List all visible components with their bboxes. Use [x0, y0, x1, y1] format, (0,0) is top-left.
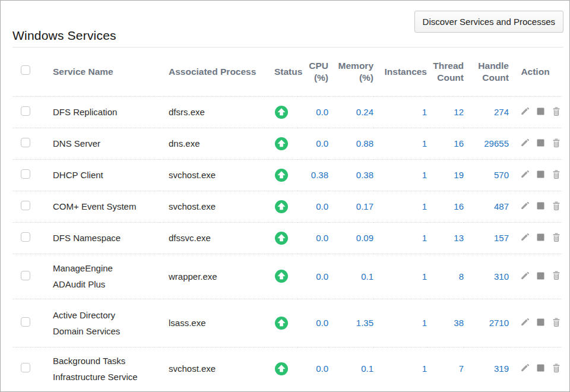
stop-icon[interactable] — [537, 233, 544, 243]
cpu-value[interactable]: 0.0 — [297, 191, 328, 222]
memory-value[interactable]: 0.88 — [328, 128, 373, 159]
instances-value[interactable]: 1 — [373, 191, 427, 222]
table-row: COM+ Event System svchost.exe 0.0 0.17 1… — [12, 191, 562, 222]
discover-services-button[interactable]: Discover Services and Processes — [414, 11, 563, 33]
edit-icon[interactable] — [520, 106, 530, 118]
handle-count-value[interactable]: 29655 — [464, 128, 509, 159]
instances-value[interactable]: 1 — [373, 159, 427, 191]
delete-icon[interactable] — [552, 232, 561, 244]
associated-process-cell: dfsrs.exe — [160, 96, 265, 128]
row-checkbox[interactable] — [21, 232, 30, 242]
row-checkbox[interactable] — [21, 317, 30, 327]
associated-process-cell: svchost.exe — [160, 159, 265, 191]
row-checkbox[interactable] — [21, 201, 30, 210]
delete-icon[interactable] — [552, 106, 561, 118]
action-cell — [509, 159, 562, 191]
edit-icon[interactable] — [520, 363, 530, 374]
memory-value[interactable]: 0.1 — [328, 347, 373, 390]
delete-icon[interactable] — [552, 169, 561, 181]
status-up-icon — [275, 169, 288, 182]
delete-icon[interactable] — [552, 270, 561, 282]
windows-services-panel: Discover Services and Processes Windows … — [0, 0, 570, 392]
edit-icon[interactable] — [520, 169, 530, 181]
action-cell — [509, 128, 562, 159]
thread-count-value[interactable]: 13 — [427, 222, 464, 254]
service-name-cell: DFS Replication — [38, 96, 160, 128]
memory-value[interactable]: 0.1 — [328, 254, 373, 299]
action-cell — [509, 254, 562, 299]
handle-count-value[interactable]: 570 — [464, 159, 509, 191]
edit-icon[interactable] — [520, 271, 530, 282]
service-name-cell: ManageEngine ADAudit Plus — [38, 254, 160, 299]
instances-value[interactable]: 1 — [373, 222, 427, 254]
cpu-value[interactable]: 0.0 — [297, 254, 328, 299]
thread-count-value[interactable]: 8 — [427, 254, 464, 299]
delete-icon[interactable] — [552, 201, 561, 213]
associated-process-cell: dns.exe — [160, 128, 265, 159]
cpu-value[interactable]: 0.38 — [297, 159, 328, 191]
cpu-value[interactable]: 0.0 — [297, 222, 328, 254]
handle-count-value[interactable]: 274 — [464, 96, 509, 128]
stop-icon[interactable] — [537, 318, 544, 328]
memory-value[interactable]: 1.35 — [328, 299, 373, 347]
stop-icon[interactable] — [537, 271, 544, 282]
stop-icon[interactable] — [537, 363, 544, 374]
edit-icon[interactable] — [520, 232, 530, 244]
thread-count-value[interactable]: 38 — [427, 299, 464, 347]
stop-icon[interactable] — [537, 201, 544, 211]
thread-count-value[interactable]: 19 — [427, 159, 464, 191]
handle-count-value[interactable]: 310 — [464, 254, 509, 299]
thread-count-value[interactable]: 16 — [427, 191, 464, 222]
col-header-memory: Memory (%) — [328, 48, 373, 96]
memory-value[interactable]: 0.24 — [328, 96, 373, 128]
thread-count-value[interactable]: 7 — [427, 347, 464, 390]
delete-icon[interactable] — [552, 138, 561, 150]
col-header-instances: Instances — [373, 48, 427, 96]
row-checkbox[interactable] — [21, 106, 30, 116]
handle-count-value[interactable]: 319 — [464, 347, 509, 390]
associated-process-cell: lsass.exe — [160, 299, 265, 347]
row-checkbox[interactable] — [21, 271, 30, 280]
row-checkbox[interactable] — [21, 138, 30, 147]
delete-icon[interactable] — [552, 363, 561, 375]
stop-icon[interactable] — [537, 107, 544, 117]
memory-value[interactable]: 0.38 — [328, 159, 373, 191]
thread-count-value[interactable]: 16 — [427, 128, 464, 159]
delete-icon[interactable] — [552, 317, 561, 329]
action-cell — [509, 222, 562, 254]
edit-icon[interactable] — [520, 317, 530, 328]
service-name-cell: Active Directory Domain Services — [38, 299, 160, 347]
edit-icon[interactable] — [520, 201, 530, 212]
cpu-value[interactable]: 0.0 — [297, 347, 328, 390]
select-all-checkbox[interactable] — [21, 65, 30, 75]
handle-count-value[interactable]: 157 — [464, 222, 509, 254]
handle-count-value[interactable]: 487 — [464, 191, 509, 222]
col-header-service-name: Service Name — [38, 48, 160, 96]
col-header-associated-process: Associated Process — [160, 48, 265, 96]
associated-process-cell: wrapper.exe — [160, 254, 265, 299]
stop-icon[interactable] — [537, 138, 544, 148]
status-up-icon — [275, 317, 288, 330]
instances-value[interactable]: 1 — [373, 96, 427, 128]
row-checkbox[interactable] — [21, 363, 30, 372]
cpu-value[interactable]: 0.0 — [297, 299, 328, 347]
edit-icon[interactable] — [520, 138, 530, 149]
service-name-cell: DNS Server — [38, 128, 160, 159]
handle-count-value[interactable]: 2710 — [464, 299, 509, 347]
memory-value[interactable]: 0.09 — [328, 222, 373, 254]
service-name-cell: DFS Namespace — [38, 222, 160, 254]
thread-count-value[interactable]: 12 — [427, 96, 464, 128]
row-checkbox[interactable] — [21, 169, 30, 179]
instances-value[interactable]: 1 — [373, 347, 427, 390]
instances-value[interactable]: 1 — [373, 128, 427, 159]
memory-value[interactable]: 0.17 — [328, 191, 373, 222]
status-up-icon — [275, 106, 288, 119]
stop-icon[interactable] — [537, 170, 544, 180]
table-row: DNS Server dns.exe 0.0 0.88 1 16 29655 — [12, 128, 562, 159]
cpu-value[interactable]: 0.0 — [297, 128, 328, 159]
table-row: DHCP Client svchost.exe 0.38 0.38 1 19 5… — [12, 159, 562, 191]
cpu-value[interactable]: 0.0 — [297, 96, 328, 128]
associated-process-cell: svchost.exe — [160, 191, 265, 222]
instances-value[interactable]: 1 — [373, 299, 427, 347]
instances-value[interactable]: 1 — [373, 254, 427, 299]
